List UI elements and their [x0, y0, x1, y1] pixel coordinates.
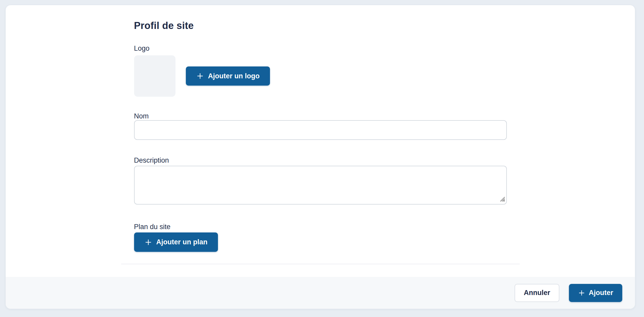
panel-content: Profil de site Logo Ajouter un logo Nom … — [6, 5, 635, 277]
logo-label: Logo — [134, 44, 507, 52]
site-profile-panel: Profil de site Logo Ajouter un logo Nom … — [5, 5, 635, 309]
panel-footer: Annuler Ajouter — [6, 277, 635, 309]
logo-preview — [134, 55, 175, 97]
add-plan-button[interactable]: Ajouter un plan — [134, 232, 218, 252]
site-profile-form: Profil de site Logo Ajouter un logo Nom … — [121, 5, 520, 264]
description-textarea-wrap — [134, 166, 507, 205]
add-logo-button[interactable]: Ajouter un logo — [186, 66, 270, 86]
site-plan-label: Plan du site — [134, 223, 507, 231]
name-input[interactable] — [134, 120, 507, 140]
plus-icon — [578, 289, 585, 297]
cancel-button[interactable]: Annuler — [515, 284, 559, 302]
panel-title: Profil de site — [134, 20, 507, 31]
submit-button-label: Ajouter — [589, 289, 613, 297]
description-textarea[interactable] — [134, 166, 507, 205]
plus-icon — [196, 72, 204, 80]
description-label: Description — [134, 156, 507, 164]
add-logo-button-label: Ajouter un logo — [208, 72, 260, 80]
resize-grip-icon[interactable] — [499, 196, 506, 203]
add-plan-button-label: Ajouter un plan — [156, 238, 208, 246]
logo-row: Ajouter un logo — [134, 55, 507, 97]
site-plan-row: Ajouter un plan — [134, 232, 507, 252]
submit-button[interactable]: Ajouter — [569, 284, 623, 302]
name-label: Nom — [134, 112, 507, 120]
plus-icon — [144, 238, 152, 246]
